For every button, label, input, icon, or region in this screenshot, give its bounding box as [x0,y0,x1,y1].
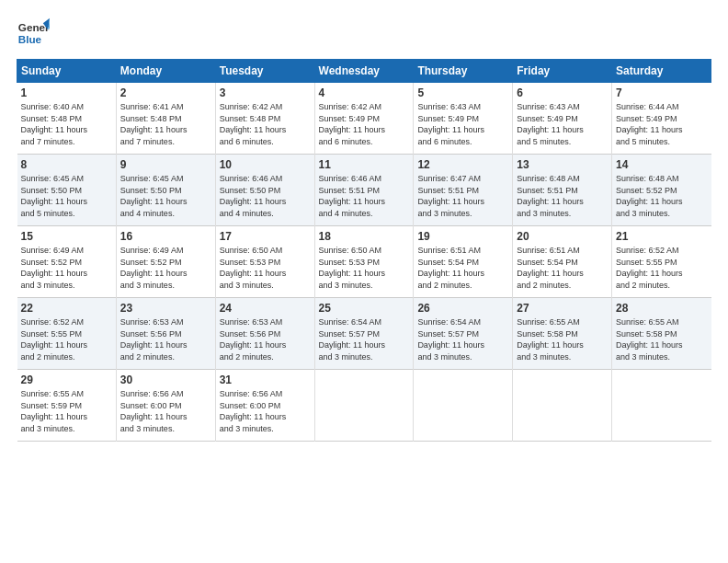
day-number: 21 [616,230,707,243]
week-row-4: 22Sunrise: 6:52 AM Sunset: 5:55 PM Dayli… [17,298,711,370]
day-number: 12 [417,158,508,171]
day-info: Sunrise: 6:45 AM Sunset: 5:50 PM Dayligh… [21,173,112,219]
day-number: 27 [517,302,608,315]
day-cell: 11Sunrise: 6:46 AM Sunset: 5:51 PM Dayli… [314,155,414,226]
day-cell: 3Sunrise: 6:42 AM Sunset: 5:48 PM Daylig… [215,83,314,155]
day-info: Sunrise: 6:40 AM Sunset: 5:48 PM Dayligh… [21,101,112,147]
week-row-3: 15Sunrise: 6:49 AM Sunset: 5:52 PM Dayli… [17,226,711,298]
day-info: Sunrise: 6:54 AM Sunset: 5:57 PM Dayligh… [319,316,410,362]
day-info: Sunrise: 6:56 AM Sunset: 6:00 PM Dayligh… [220,388,311,434]
day-number: 13 [517,158,608,171]
day-info: Sunrise: 6:53 AM Sunset: 5:56 PM Dayligh… [120,316,211,362]
day-cell: 13Sunrise: 6:48 AM Sunset: 5:51 PM Dayli… [513,155,612,226]
day-cell: 26Sunrise: 6:54 AM Sunset: 5:57 PM Dayli… [414,298,513,370]
day-info: Sunrise: 6:43 AM Sunset: 5:49 PM Dayligh… [417,101,508,147]
day-info: Sunrise: 6:55 AM Sunset: 5:59 PM Dayligh… [21,388,112,434]
header-row: SundayMondayTuesdayWednesdayThursdayFrid… [17,60,711,83]
day-cell [513,370,612,442]
day-number: 28 [616,302,707,315]
day-cell: 19Sunrise: 6:51 AM Sunset: 5:54 PM Dayli… [414,226,513,298]
day-number: 25 [319,302,410,315]
day-number: 26 [417,302,508,315]
day-cell: 29Sunrise: 6:55 AM Sunset: 5:59 PM Dayli… [17,370,117,442]
day-number: 14 [616,158,707,171]
day-cell: 1Sunrise: 6:40 AM Sunset: 5:48 PM Daylig… [17,83,117,155]
week-row-2: 8Sunrise: 6:45 AM Sunset: 5:50 PM Daylig… [17,155,711,226]
day-cell: 7Sunrise: 6:44 AM Sunset: 5:49 PM Daylig… [612,83,711,155]
day-info: Sunrise: 6:41 AM Sunset: 5:48 PM Dayligh… [120,101,211,147]
day-cell: 31Sunrise: 6:56 AM Sunset: 6:00 PM Dayli… [215,370,314,442]
day-cell: 21Sunrise: 6:52 AM Sunset: 5:55 PM Dayli… [612,226,711,298]
day-cell: 22Sunrise: 6:52 AM Sunset: 5:55 PM Dayli… [17,298,117,370]
day-info: Sunrise: 6:46 AM Sunset: 5:51 PM Dayligh… [319,173,410,219]
day-number: 24 [220,302,311,315]
day-cell: 12Sunrise: 6:47 AM Sunset: 5:51 PM Dayli… [414,155,513,226]
col-header-sunday: Sunday [17,60,117,83]
day-number: 17 [220,230,311,243]
day-number: 1 [21,86,112,99]
logo: General Blue [17,17,53,50]
day-number: 5 [417,86,508,99]
day-cell: 20Sunrise: 6:51 AM Sunset: 5:54 PM Dayli… [513,226,612,298]
day-number: 30 [120,373,211,386]
day-cell: 9Sunrise: 6:45 AM Sunset: 5:50 PM Daylig… [116,155,215,226]
col-header-tuesday: Tuesday [215,60,314,83]
day-info: Sunrise: 6:52 AM Sunset: 5:55 PM Dayligh… [21,316,112,362]
day-cell: 16Sunrise: 6:49 AM Sunset: 5:52 PM Dayli… [116,226,215,298]
day-number: 22 [21,302,112,315]
day-info: Sunrise: 6:55 AM Sunset: 5:58 PM Dayligh… [517,316,608,362]
day-cell: 30Sunrise: 6:56 AM Sunset: 6:00 PM Dayli… [116,370,215,442]
day-number: 16 [120,230,211,243]
day-number: 7 [616,86,707,99]
day-info: Sunrise: 6:54 AM Sunset: 5:57 PM Dayligh… [417,316,508,362]
day-cell: 27Sunrise: 6:55 AM Sunset: 5:58 PM Dayli… [513,298,612,370]
day-number: 9 [120,158,211,171]
day-info: Sunrise: 6:42 AM Sunset: 5:49 PM Dayligh… [319,101,410,147]
day-cell: 23Sunrise: 6:53 AM Sunset: 5:56 PM Dayli… [116,298,215,370]
header: General Blue [17,17,711,50]
day-cell: 28Sunrise: 6:55 AM Sunset: 5:58 PM Dayli… [612,298,711,370]
day-info: Sunrise: 6:45 AM Sunset: 5:50 PM Dayligh… [120,173,211,219]
day-cell: 8Sunrise: 6:45 AM Sunset: 5:50 PM Daylig… [17,155,117,226]
day-info: Sunrise: 6:42 AM Sunset: 5:48 PM Dayligh… [220,101,311,147]
day-cell [612,370,711,442]
day-number: 23 [120,302,211,315]
day-cell: 6Sunrise: 6:43 AM Sunset: 5:49 PM Daylig… [513,83,612,155]
svg-text:Blue: Blue [18,33,42,45]
day-cell: 18Sunrise: 6:50 AM Sunset: 5:53 PM Dayli… [314,226,414,298]
day-number: 19 [417,230,508,243]
col-header-thursday: Thursday [414,60,513,83]
day-cell [314,370,414,442]
day-info: Sunrise: 6:46 AM Sunset: 5:50 PM Dayligh… [220,173,311,219]
day-number: 3 [220,86,311,99]
day-info: Sunrise: 6:50 AM Sunset: 5:53 PM Dayligh… [220,245,311,291]
day-info: Sunrise: 6:48 AM Sunset: 5:52 PM Dayligh… [616,173,707,219]
page: General Blue SundayMondayTuesdayWednesda… [0,0,728,563]
col-header-friday: Friday [513,60,612,83]
day-info: Sunrise: 6:43 AM Sunset: 5:49 PM Dayligh… [517,101,608,147]
day-info: Sunrise: 6:56 AM Sunset: 6:00 PM Dayligh… [120,388,211,434]
day-info: Sunrise: 6:51 AM Sunset: 5:54 PM Dayligh… [417,245,508,291]
day-cell: 24Sunrise: 6:53 AM Sunset: 5:56 PM Dayli… [215,298,314,370]
week-row-5: 29Sunrise: 6:55 AM Sunset: 5:59 PM Dayli… [17,370,711,442]
day-cell: 14Sunrise: 6:48 AM Sunset: 5:52 PM Dayli… [612,155,711,226]
calendar-table: SundayMondayTuesdayWednesdayThursdayFrid… [17,59,711,442]
day-number: 10 [220,158,311,171]
day-number: 18 [319,230,410,243]
day-number: 2 [120,86,211,99]
day-info: Sunrise: 6:49 AM Sunset: 5:52 PM Dayligh… [21,245,112,291]
day-info: Sunrise: 6:44 AM Sunset: 5:49 PM Dayligh… [616,101,707,147]
day-number: 6 [517,86,608,99]
week-row-1: 1Sunrise: 6:40 AM Sunset: 5:48 PM Daylig… [17,83,711,155]
day-info: Sunrise: 6:50 AM Sunset: 5:53 PM Dayligh… [319,245,410,291]
day-cell: 15Sunrise: 6:49 AM Sunset: 5:52 PM Dayli… [17,226,117,298]
day-info: Sunrise: 6:47 AM Sunset: 5:51 PM Dayligh… [417,173,508,219]
day-info: Sunrise: 6:51 AM Sunset: 5:54 PM Dayligh… [517,245,608,291]
day-info: Sunrise: 6:53 AM Sunset: 5:56 PM Dayligh… [220,316,311,362]
day-number: 8 [21,158,112,171]
day-cell: 10Sunrise: 6:46 AM Sunset: 5:50 PM Dayli… [215,155,314,226]
col-header-monday: Monday [116,60,215,83]
col-header-wednesday: Wednesday [314,60,414,83]
day-cell: 4Sunrise: 6:42 AM Sunset: 5:49 PM Daylig… [314,83,414,155]
day-cell: 5Sunrise: 6:43 AM Sunset: 5:49 PM Daylig… [414,83,513,155]
